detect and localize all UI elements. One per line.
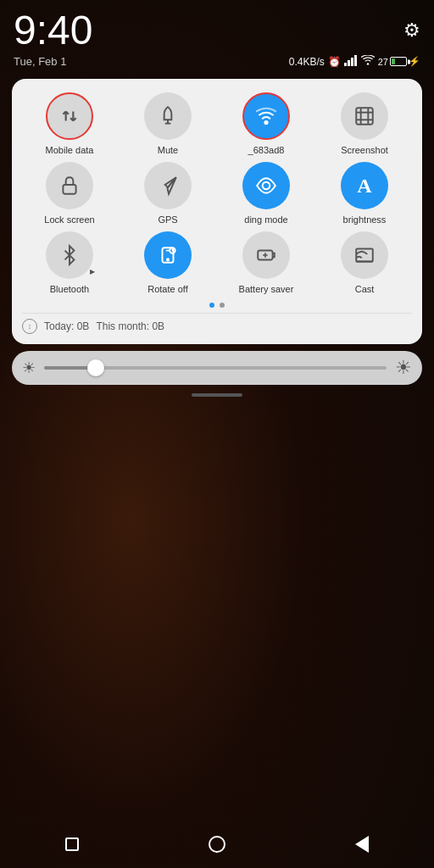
home-icon bbox=[209, 836, 225, 853]
bluetooth-label: Bluetooth bbox=[50, 284, 89, 294]
battery-percent: 27 bbox=[378, 57, 388, 67]
qs-cast[interactable]: Cast bbox=[317, 231, 412, 294]
bluetooth-arrow: ▶ bbox=[90, 268, 95, 275]
svg-point-4 bbox=[367, 63, 369, 64]
battery-saver-circle[interactable] bbox=[242, 231, 290, 279]
rotate-off-label: Rotate off bbox=[147, 284, 188, 294]
rotate-off-circle[interactable] bbox=[144, 231, 192, 279]
qs-battery-saver[interactable]: Battery saver bbox=[219, 231, 314, 294]
svg-rect-8 bbox=[356, 108, 373, 125]
navigation-bar bbox=[0, 821, 434, 868]
lock-screen-circle[interactable] bbox=[46, 162, 93, 209]
svg-rect-21 bbox=[356, 248, 373, 261]
mobile-data-label: Mobile data bbox=[46, 145, 94, 155]
qs-bluetooth[interactable]: ▶ Bluetooth bbox=[22, 231, 117, 294]
brightness-high-icon: ☀ bbox=[395, 357, 412, 379]
brightness-track[interactable] bbox=[44, 366, 387, 370]
data-speed: 0.4KB/s bbox=[289, 56, 325, 68]
today-usage: Today: 0B bbox=[44, 320, 89, 332]
brightness-low-icon: ☀ bbox=[22, 359, 36, 377]
status-icons: 0.4KB/s ⏰ 27 bbox=[289, 54, 420, 69]
page-dot-1 bbox=[209, 303, 214, 308]
svg-rect-0 bbox=[344, 63, 347, 66]
qs-brightness[interactable]: A brightness bbox=[317, 162, 412, 225]
back-icon bbox=[355, 836, 369, 853]
screenshot-label: Screenshot bbox=[341, 145, 388, 155]
battery-indicator: 27 ⚡ bbox=[378, 56, 420, 67]
page-dot-2 bbox=[220, 303, 225, 308]
brightness-thumb[interactable] bbox=[87, 359, 104, 376]
svg-point-16 bbox=[167, 259, 169, 260]
quick-settings-panel: Mobile data Mute bbox=[12, 79, 422, 344]
cast-label: Cast bbox=[355, 284, 375, 294]
data-usage-icon: ↕ bbox=[22, 319, 37, 334]
signal-icon bbox=[344, 54, 358, 69]
brightness-slider-container[interactable]: ☀ ☀ bbox=[12, 351, 422, 385]
cast-circle[interactable] bbox=[341, 231, 388, 279]
alarm-icon: ⏰ bbox=[328, 56, 341, 68]
settings-icon[interactable]: ⚙ bbox=[403, 19, 420, 42]
page-dots bbox=[22, 303, 412, 308]
svg-rect-2 bbox=[351, 58, 353, 66]
charge-icon: ⚡ bbox=[409, 56, 420, 67]
svg-point-14 bbox=[263, 182, 270, 190]
qs-wifi[interactable]: _683ad8 bbox=[219, 92, 314, 155]
svg-rect-13 bbox=[63, 185, 75, 194]
recent-icon bbox=[65, 837, 79, 851]
data-usage: ↕ Today: 0B This month: 0B bbox=[22, 313, 412, 334]
home-button[interactable] bbox=[204, 832, 230, 857]
wifi-icon bbox=[361, 55, 375, 68]
qs-screenshot[interactable]: Screenshot bbox=[317, 92, 412, 155]
date-display: Tue, Feb 1 bbox=[14, 55, 66, 68]
home-bar bbox=[0, 393, 434, 397]
mute-circle[interactable] bbox=[144, 92, 192, 140]
lock-screen-label: Lock screen bbox=[44, 214, 94, 225]
mobile-data-circle[interactable] bbox=[46, 92, 93, 140]
month-usage: This month: 0B bbox=[96, 320, 164, 332]
reading-mode-circle[interactable] bbox=[242, 162, 290, 209]
reading-mode-label: ding mode bbox=[244, 214, 287, 225]
mute-label: Mute bbox=[158, 145, 178, 155]
back-button[interactable] bbox=[349, 832, 375, 857]
qs-mobile-data[interactable]: Mobile data bbox=[22, 92, 117, 155]
bluetooth-circle[interactable]: ▶ bbox=[46, 231, 93, 279]
qs-mute[interactable]: Mute bbox=[120, 92, 215, 155]
wifi-circle[interactable] bbox=[242, 92, 290, 140]
svg-rect-3 bbox=[354, 55, 357, 66]
qs-rotate-off[interactable]: Rotate off bbox=[120, 231, 215, 294]
brightness-circle[interactable]: A bbox=[341, 162, 388, 209]
gps-label: GPS bbox=[158, 214, 177, 225]
recent-apps-button[interactable] bbox=[59, 832, 85, 857]
qs-lock-screen[interactable]: Lock screen bbox=[22, 162, 117, 225]
gps-circle[interactable] bbox=[144, 162, 192, 209]
home-bar-line bbox=[192, 393, 242, 397]
qs-reading-mode[interactable]: ding mode bbox=[219, 162, 314, 225]
time-display: 9:40 bbox=[14, 10, 92, 51]
quick-settings-grid: Mobile data Mute bbox=[22, 92, 412, 294]
brightness-letter: A bbox=[357, 175, 371, 198]
battery-saver-label: Battery saver bbox=[239, 284, 294, 294]
wifi-label: _683ad8 bbox=[248, 145, 285, 155]
qs-gps[interactable]: GPS bbox=[120, 162, 215, 225]
brightness-label: brightness bbox=[343, 214, 387, 225]
svg-point-7 bbox=[264, 121, 267, 124]
svg-rect-1 bbox=[348, 60, 350, 66]
screenshot-circle[interactable] bbox=[341, 92, 388, 140]
status-bar: 9:40 ⚙ Tue, Feb 1 0.4KB/s ⏰ bbox=[0, 0, 434, 72]
